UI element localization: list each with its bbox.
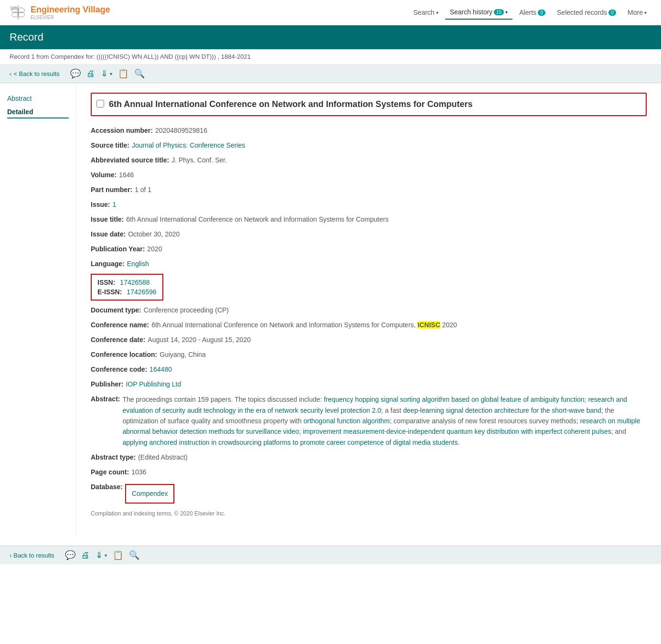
- sidebar-link-abstract[interactable]: Abstract: [7, 93, 69, 104]
- field-eissn: E-ISSN: 17426596: [97, 288, 157, 296]
- field-conf-code: Conference code: 164480: [91, 365, 647, 375]
- issn-box: ISSN: 17426588 E-ISSN: 17426596: [91, 274, 163, 301]
- top-toolbar: ‹ < Back to results 💬 🖨 ⇓ ▾ 📋 🔍: [0, 64, 661, 83]
- field-doc-type: Document type: Conference proceeding (CP…: [91, 305, 647, 315]
- alerts-badge: 0: [538, 10, 545, 16]
- copyright-text: Compilation and indexing terms, © 2020 E…: [91, 510, 647, 517]
- issue-link[interactable]: 1: [112, 201, 116, 208]
- publisher-link[interactable]: IOP Publishing Ltd: [126, 380, 181, 388]
- field-volume: Volume: 1646: [91, 170, 647, 180]
- field-issue-date: Issue date: October 30, 2020: [91, 229, 647, 239]
- abstract-link-6[interactable]: improvement measurement-device-independe…: [303, 428, 611, 435]
- field-issue: Issue: 1: [91, 200, 647, 210]
- field-page-count: Page count: 1036: [91, 467, 647, 477]
- chevron-down-icon: ▾: [644, 10, 647, 15]
- record-info-text: Record 1 from Compendex for: (((((ICNISC…: [10, 53, 251, 60]
- main-nav: Search ▾ Search history 15 ▾ Alerts 0 Se…: [408, 5, 651, 20]
- record-info-bar: Record 1 from Compendex for: (((((ICNISC…: [0, 49, 661, 64]
- print-icon: 🖨: [86, 69, 95, 79]
- eissn-link[interactable]: 17426596: [127, 288, 156, 296]
- search-history-badge: 15: [494, 9, 504, 15]
- field-accession-number: Accession number: 20204809529816: [91, 126, 647, 136]
- conf-name-highlight: ICNISC: [417, 321, 440, 329]
- comment-icon: 💬: [65, 550, 75, 560]
- nav-selected-records[interactable]: Selected records 0: [552, 6, 621, 19]
- back-arrow-icon: ‹: [10, 70, 11, 77]
- abstract-link-4[interactable]: orthogonal function algorithm: [303, 417, 390, 425]
- sidebar-link-detailed[interactable]: Detailed: [7, 106, 69, 118]
- nav-more[interactable]: More ▾: [623, 6, 651, 19]
- field-issn: ISSN: 17426588: [97, 279, 157, 286]
- database-link[interactable]: Compendex: [132, 490, 168, 497]
- download-icon: ⇓: [96, 550, 103, 560]
- logo-text-area: Engineering Village ELSEVIER: [31, 5, 110, 20]
- copy-icon: 📋: [118, 68, 128, 79]
- search-icon: 🔍: [129, 550, 139, 560]
- database-box: Compendex: [125, 484, 175, 504]
- nav-alerts[interactable]: Alerts 0: [514, 6, 550, 19]
- abstract-text: The proceedings contain 159 papers. The …: [122, 394, 647, 448]
- search-bottom-button[interactable]: 🔍: [129, 550, 139, 560]
- print-bottom-button[interactable]: 🖨: [81, 550, 90, 560]
- record-detail-panel: 6th Annual International Conference on N…: [76, 83, 661, 536]
- download-button[interactable]: ⇓ ▾: [101, 68, 112, 79]
- field-source-title: Source title: Journal of Physics: Confer…: [91, 140, 647, 150]
- comment-bottom-button[interactable]: 💬: [65, 550, 75, 560]
- nav-search-history[interactable]: Search history 15 ▾: [445, 5, 513, 20]
- download-icon: ⇓: [101, 68, 108, 79]
- download-bottom-button[interactable]: ⇓ ▾: [96, 550, 107, 560]
- search-in-record-button[interactable]: 🔍: [134, 68, 145, 79]
- search-icon: 🔍: [134, 68, 145, 79]
- chevron-down-icon: ▾: [110, 71, 112, 76]
- copy-button[interactable]: 📋: [118, 68, 128, 79]
- field-part-number: Part number: 1 of 1: [91, 185, 647, 195]
- print-icon: 🖨: [81, 550, 90, 560]
- abstract-link-3[interactable]: deep-learning signal detection architect…: [403, 407, 601, 414]
- publisher-name: ELSEVIER: [31, 15, 110, 20]
- main-content: Abstract Detailed 6th Annual Internation…: [0, 83, 661, 536]
- header: ▒▒▒ Engineering Village ELSEVIER Search …: [0, 0, 661, 25]
- field-language: Language: English: [91, 259, 647, 269]
- record-select-checkbox[interactable]: [96, 100, 104, 107]
- source-title-link[interactable]: Journal of Physics: Conference Series: [132, 141, 245, 149]
- chevron-down-icon: ▾: [436, 10, 438, 15]
- abstract-link-7[interactable]: applying anchored instruction in crowdso…: [122, 439, 458, 446]
- field-pub-year: Publication Year: 2020: [91, 244, 647, 254]
- back-to-results-button[interactable]: ‹ < Back to results: [10, 70, 60, 77]
- page-title: Record: [10, 31, 43, 43]
- record-title: 6th Annual International Conference on N…: [109, 98, 472, 110]
- copy-bottom-button[interactable]: 📋: [113, 550, 123, 560]
- copy-icon: 📋: [113, 550, 123, 560]
- page-title-bar: Record: [0, 25, 661, 49]
- field-conf-name: Conference name: 6th Annual Internationa…: [91, 320, 647, 330]
- field-database-row: Database: Compendex: [91, 482, 647, 505]
- selected-records-badge: 0: [608, 10, 616, 16]
- field-abstract-type: Abstract type: (Edited Abstract): [91, 452, 647, 462]
- field-conf-location: Conference location: Guiyang, China: [91, 350, 647, 360]
- chevron-down-icon: ▾: [505, 10, 508, 15]
- chevron-down-icon: ▾: [105, 553, 107, 558]
- bottom-toolbar: ‹ Back to results 💬 🖨 ⇓ ▾ 📋 🔍: [0, 546, 661, 564]
- logo-area: ▒▒▒ Engineering Village ELSEVIER: [10, 4, 110, 21]
- field-abbrev-source: Abbreviated source title: J. Phys. Conf.…: [91, 155, 647, 165]
- back-to-results-bottom-button[interactable]: ‹ Back to results: [10, 552, 54, 559]
- language-link[interactable]: English: [127, 260, 149, 268]
- back-arrow-icon: ‹: [10, 552, 11, 559]
- elsevier-logo-icon: ▒▒▒: [10, 4, 27, 21]
- abstract-link-1[interactable]: frequency hopping signal sorting algorit…: [324, 396, 585, 403]
- comment-icon: 💬: [70, 68, 81, 79]
- record-title-row: 6th Annual International Conference on N…: [91, 93, 647, 116]
- conf-code-link[interactable]: 164480: [149, 365, 172, 373]
- comment-button[interactable]: 💬: [70, 68, 81, 79]
- left-sidebar: Abstract Detailed: [0, 83, 76, 536]
- field-publisher: Publisher: IOP Publishing Ltd: [91, 379, 647, 389]
- field-abstract: Abstract: The proceedings contain 159 pa…: [91, 394, 647, 448]
- field-conf-date: Conference date: August 14, 2020 - Augus…: [91, 335, 647, 345]
- app-name: Engineering Village: [31, 5, 110, 14]
- print-button[interactable]: 🖨: [86, 69, 95, 79]
- nav-search[interactable]: Search ▾: [408, 6, 443, 19]
- field-issue-title: Issue title: 6th Annual International Co…: [91, 215, 647, 225]
- issn-link[interactable]: 17426588: [120, 279, 149, 286]
